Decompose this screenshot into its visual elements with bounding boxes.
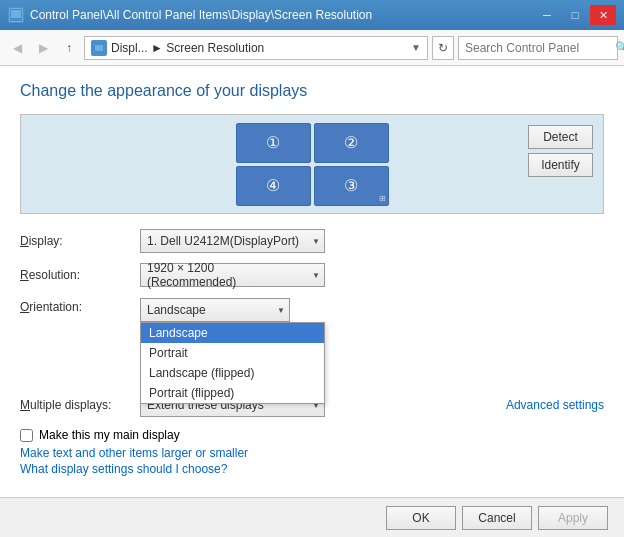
back-button[interactable]: ◀: [6, 37, 28, 59]
apply-button[interactable]: Apply: [538, 506, 608, 530]
display-row: Display: 1. Dell U2412M(DisplayPort) ▼: [20, 228, 604, 254]
resolution-select[interactable]: 1920 × 1200 (Recommended) ▼: [140, 263, 325, 287]
resolution-label: Resolution:: [20, 268, 140, 282]
main-display-row: Make this my main display: [20, 428, 604, 442]
titlebar-controls: ─ □ ✕: [534, 5, 616, 25]
search-box: 🔍: [458, 36, 618, 60]
orientation-option-landscape[interactable]: Landscape: [141, 323, 324, 343]
orientation-option-landscape-flipped[interactable]: Landscape (flipped): [141, 363, 324, 383]
forward-button[interactable]: ▶: [32, 37, 54, 59]
display-value: 1. Dell U2412M(DisplayPort): [147, 234, 315, 248]
links-section: Make text and other items larger or smal…: [20, 446, 604, 476]
svg-rect-3: [95, 45, 103, 51]
address-bar: ◀ ▶ ↑ Displ... ► Screen Resolution ▼ ↻ 🔍: [0, 30, 624, 66]
orientation-row: Orientation: Landscape ▼ Landscape Portr…: [20, 296, 604, 322]
orientation-value: Landscape: [147, 303, 222, 317]
orientation-dropdown-arrow: ▼: [277, 306, 285, 315]
orientation-option-portrait[interactable]: Portrait: [141, 343, 324, 363]
identify-button[interactable]: Identify: [528, 153, 593, 177]
main-display-label: Make this my main display: [39, 428, 180, 442]
displays-grid: ① ② ④ ③ ⊞: [236, 123, 389, 206]
display-1[interactable]: ①: [236, 123, 311, 163]
text-size-link[interactable]: Make text and other items larger or smal…: [20, 446, 604, 460]
titlebar: Control Panel\All Control Panel Items\Di…: [0, 0, 624, 30]
display-select[interactable]: 1. Dell U2412M(DisplayPort) ▼: [140, 229, 325, 253]
display-label: Display:: [20, 234, 140, 248]
display-settings-link[interactable]: What display settings should I choose?: [20, 462, 604, 476]
orientation-select[interactable]: Landscape ▼: [140, 298, 290, 322]
refresh-button[interactable]: ↻: [432, 36, 454, 60]
up-button[interactable]: ↑: [58, 37, 80, 59]
display-2[interactable]: ②: [314, 123, 389, 163]
path-dropdown-arrow: ▼: [411, 42, 421, 53]
resolution-row: Resolution: 1920 × 1200 (Recommended) ▼: [20, 262, 604, 288]
orientation-option-portrait-flipped[interactable]: Portrait (flipped): [141, 383, 324, 403]
svg-rect-1: [11, 10, 21, 18]
window-title: Control Panel\All Control Panel Items\Di…: [30, 8, 534, 22]
orientation-label: Orientation:: [20, 298, 140, 314]
address-path[interactable]: Displ... ► Screen Resolution ▼: [84, 36, 428, 60]
minimize-button[interactable]: ─: [534, 5, 560, 25]
search-icon: 🔍: [615, 41, 624, 54]
ok-button[interactable]: OK: [386, 506, 456, 530]
app-icon: [8, 7, 24, 23]
page-title: Change the appearance of your displays: [20, 82, 604, 100]
multiple-displays-label: Multiple displays:: [20, 398, 140, 412]
path-text: Displ... ► Screen Resolution: [111, 41, 411, 55]
path-icon: [91, 40, 107, 56]
maximize-button[interactable]: □: [562, 5, 588, 25]
orientation-dropdown: Landscape Portrait Landscape (flipped) P…: [140, 322, 325, 404]
display-4[interactable]: ④: [236, 166, 311, 206]
grid-icon: ⊞: [379, 194, 386, 203]
resolution-value: 1920 × 1200 (Recommended): [147, 261, 318, 289]
close-button[interactable]: ✕: [590, 5, 616, 25]
display-3[interactable]: ③ ⊞: [314, 166, 389, 206]
display-preview: ① ② ④ ③ ⊞ Detect Identify: [20, 114, 604, 214]
cancel-button[interactable]: Cancel: [462, 506, 532, 530]
search-input[interactable]: [465, 41, 615, 55]
main-content: Change the appearance of your displays ①…: [0, 66, 624, 537]
orientation-control-wrapper: Landscape ▼ Landscape Portrait Landscape…: [140, 298, 290, 322]
main-display-checkbox[interactable]: [20, 429, 33, 442]
advanced-settings-link[interactable]: Advanced settings: [506, 398, 604, 412]
footer: OK Cancel Apply: [0, 497, 624, 537]
detect-button[interactable]: Detect: [528, 125, 593, 149]
detect-identify-buttons: Detect Identify: [528, 125, 593, 177]
